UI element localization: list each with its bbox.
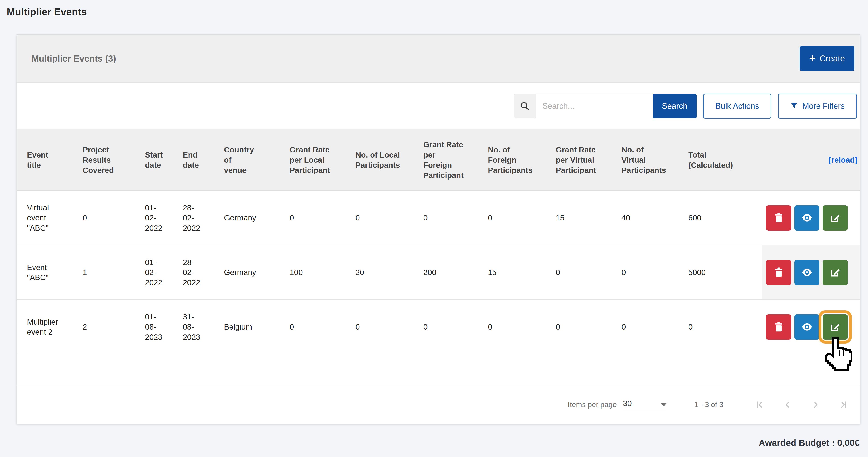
view-button[interactable] (794, 315, 819, 339)
cell-country: Germany (224, 267, 290, 278)
first-page-button[interactable] (754, 400, 765, 410)
eye-icon (801, 266, 813, 279)
table-row: Event "ABC" 1 01-02-2022 28-02-2022 Germ… (17, 245, 860, 300)
column-header-total: Total (Calculated) (688, 150, 762, 170)
cell-local-participants: 0 (355, 213, 423, 223)
empty-table-strip (17, 354, 860, 386)
more-filters-label: More Filters (802, 101, 845, 111)
cell-grant-foreign: 0 (423, 213, 488, 223)
pencil-square-icon (829, 212, 841, 224)
paginator-nav (754, 400, 849, 410)
reload-link[interactable]: [reload] (829, 156, 857, 164)
cell-grant-local: 0 (290, 213, 355, 223)
cell-grant-foreign: 0 (423, 322, 488, 332)
column-header-grant-virtual: Grant Rate per Virtual Participant (556, 144, 621, 175)
column-header-end-date: End date (183, 150, 224, 170)
table-header-row: Event title Project Results Covered Star… (17, 130, 860, 191)
table-row: Multiplier event 2 2 01-08-2023 31-08-20… (17, 300, 860, 354)
cell-virtual-participants: 40 (621, 213, 688, 223)
cell-start-date: 01-08-2023 (145, 312, 183, 342)
cell-actions (762, 245, 860, 299)
table-row: Virtual event "ABC" 0 01-02-2022 28-02-2… (17, 191, 860, 245)
awarded-budget-label: Awarded Budget : 0,00€ (759, 438, 860, 448)
column-header-grant-local: Grant Rate per Local Participant (290, 144, 355, 175)
cell-total: 600 (688, 213, 762, 223)
items-per-page-label: Items per page (568, 400, 617, 409)
cell-country: Belgium (224, 322, 290, 332)
cell-grant-local: 0 (290, 322, 355, 332)
cell-end-date: 31-08-2023 (183, 312, 224, 342)
paginator: Items per page 30 1 - 3 of 3 (17, 386, 860, 424)
eye-icon (801, 321, 813, 333)
column-header-event-title: Event title (27, 150, 83, 170)
cell-foreign-participants: 0 (488, 322, 556, 332)
cell-grant-foreign: 200 (423, 267, 488, 278)
page-range-label: 1 - 3 of 3 (694, 400, 723, 409)
column-header-grant-foreign: Grant Rate per Foreign Participant (423, 139, 488, 181)
create-button-label: Create (819, 54, 845, 63)
column-header-foreign-participants: No. of Foreign Participants (488, 144, 556, 175)
more-filters-button[interactable]: More Filters (778, 94, 857, 119)
last-page-button[interactable] (839, 400, 849, 410)
bulk-actions-label: Bulk Actions (715, 101, 759, 111)
cell-event-title: Event "ABC" (27, 262, 83, 283)
funnel-icon (790, 102, 798, 110)
column-header-local-participants: No. of Local Participants (355, 150, 423, 170)
column-header-virtual-participants: No. of Virtual Participants (621, 144, 688, 175)
cell-start-date: 01-02-2022 (145, 203, 183, 233)
delete-button[interactable] (766, 260, 791, 285)
cell-start-date: 01-02-2022 (145, 257, 183, 288)
edit-button[interactable] (823, 205, 848, 230)
cell-foreign-participants: 0 (488, 213, 556, 223)
panel-title: Multiplier Events (3) (31, 54, 116, 64)
caret-down-icon (661, 403, 666, 406)
pencil-square-icon (829, 266, 841, 278)
pencil-square-icon (829, 321, 841, 333)
create-button[interactable]: + Create (800, 46, 855, 71)
edit-button[interactable] (823, 315, 848, 339)
trash-icon (773, 321, 785, 333)
column-header-start-date: Start date (145, 150, 183, 170)
cell-country: Germany (224, 213, 290, 223)
next-page-button[interactable] (811, 400, 821, 410)
cell-project-results: 0 (83, 213, 145, 223)
cell-grant-virtual: 0 (556, 267, 621, 278)
multiplier-events-card: Multiplier Events (3) + Create Search Bu… (17, 34, 860, 424)
column-header-project-results: Project Results Covered (83, 144, 145, 175)
trash-icon (773, 212, 785, 224)
cell-event-title: Virtual event "ABC" (27, 203, 83, 233)
page-size-select[interactable]: 30 (623, 399, 666, 411)
cell-end-date: 28-02-2022 (183, 257, 224, 288)
previous-page-button[interactable] (782, 400, 793, 410)
cell-project-results: 2 (83, 322, 145, 332)
bulk-actions-button[interactable]: Bulk Actions (703, 94, 771, 119)
first-page-icon (754, 400, 765, 410)
search-button[interactable]: Search (653, 94, 696, 118)
cell-virtual-participants: 0 (621, 267, 688, 278)
cell-virtual-participants: 0 (621, 322, 688, 332)
cell-total: 5000 (688, 267, 762, 278)
cell-grant-local: 100 (290, 267, 355, 278)
cell-grant-virtual: 15 (556, 213, 621, 223)
edit-button[interactable] (823, 260, 848, 285)
page-size-value: 30 (623, 399, 632, 408)
search-input[interactable] (536, 94, 653, 118)
delete-button[interactable] (766, 205, 791, 230)
cell-project-results: 1 (83, 267, 145, 278)
card-header: Multiplier Events (3) + Create (17, 35, 860, 83)
view-button[interactable] (794, 260, 819, 285)
cell-grant-virtual: 0 (556, 322, 621, 332)
cell-actions (762, 191, 860, 245)
view-button[interactable] (794, 205, 819, 230)
trash-icon (773, 266, 785, 278)
search-group: Search (514, 94, 696, 118)
column-header-country: Country of venue (224, 144, 290, 175)
cell-total: 0 (688, 322, 762, 332)
cell-end-date: 28-02-2022 (183, 203, 224, 233)
page-title: Multiplier Events (7, 6, 87, 18)
magnifier-icon (514, 94, 536, 118)
delete-button[interactable] (766, 315, 791, 339)
plus-icon: + (809, 52, 816, 64)
hand-cursor (824, 336, 852, 372)
cell-local-participants: 0 (355, 322, 423, 332)
